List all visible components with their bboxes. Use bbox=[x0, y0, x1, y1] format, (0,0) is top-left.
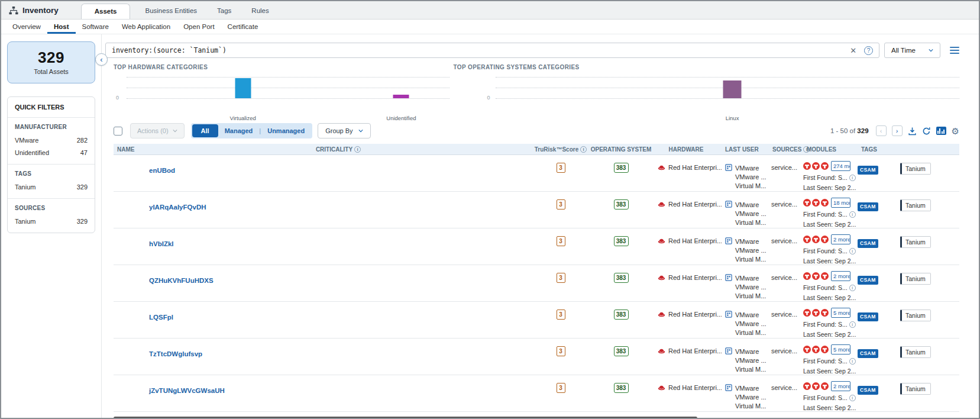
time-range-dropdown[interactable]: All Time bbox=[884, 43, 940, 58]
total-assets-card[interactable]: 329 Total Assets bbox=[7, 41, 95, 83]
tags-cell: Tanium bbox=[897, 339, 959, 375]
top-tab-business-entities[interactable]: Business Entities bbox=[135, 4, 207, 19]
first-found-info-icon[interactable]: i bbox=[849, 395, 856, 401]
top-tab-tags[interactable]: Tags bbox=[207, 4, 241, 19]
group-by-button[interactable]: Group By bbox=[318, 123, 370, 138]
first-found-text: First Found: S... bbox=[803, 284, 848, 291]
query-search-bar[interactable]: inventory:(source: `Tanium`) ✕ ? bbox=[105, 43, 879, 58]
top-tab-assets[interactable]: Assets bbox=[81, 4, 131, 19]
sources-more-badge[interactable]: 274 more bbox=[831, 161, 850, 171]
chart-bar-virtualized[interactable] bbox=[235, 78, 251, 98]
filter-item-tanium[interactable]: Tanium329 bbox=[15, 215, 88, 228]
table-row: hVbIZkl3383Red Hat Enterpri...VMwareVMwa… bbox=[114, 228, 959, 265]
tanium-tag-chip[interactable]: Tanium bbox=[900, 310, 931, 321]
tanium-tag-chip[interactable]: Tanium bbox=[900, 236, 931, 248]
asset-name-link[interactable]: yIARqAaIyFQvDH bbox=[149, 204, 206, 211]
sources-cell: 2 moreFirst Found: S...iLast Seen: Sep 2… bbox=[803, 375, 858, 411]
asset-name-link[interactable]: QZHuKVhFUuHDXS bbox=[149, 277, 214, 284]
previous-page-button[interactable]: ‹ bbox=[876, 125, 887, 136]
tags-cell: Tanium bbox=[897, 192, 959, 228]
sources-more-badge[interactable]: 2 more bbox=[831, 271, 850, 281]
name-cell: jZvTUNgLWVcGWsaUH bbox=[147, 375, 530, 411]
first-found-info-icon[interactable]: i bbox=[849, 358, 856, 365]
first-found-info-icon[interactable]: i bbox=[849, 175, 856, 181]
tanium-tag-chip[interactable]: Tanium bbox=[900, 163, 931, 175]
top-os-categories-chart: TOP OPERATING SYSTEMS CATEGORIES Linux 0 bbox=[449, 64, 959, 115]
settings-gear-icon[interactable]: ⚙ bbox=[952, 127, 959, 136]
next-page-button[interactable]: › bbox=[892, 125, 903, 136]
tanium-source-icon bbox=[803, 236, 811, 243]
top-tab-rules[interactable]: Rules bbox=[241, 4, 279, 19]
sources-more-badge[interactable]: 18 more bbox=[831, 198, 850, 208]
horizontal-scrollbar-thumb[interactable] bbox=[114, 417, 697, 419]
table-row: QZHuKVhFUuHDXS3383Red Hat Enterpri...VMw… bbox=[114, 265, 959, 302]
sources-more-badge[interactable]: 5 more bbox=[831, 344, 850, 354]
last-seen-line: Last Seen: Sep 2... bbox=[803, 257, 858, 265]
sources-more-badge[interactable]: 2 more bbox=[831, 381, 850, 391]
hardware-line: VMware ... bbox=[735, 320, 766, 328]
filter-item-unidentified[interactable]: Unidentified47 bbox=[15, 147, 88, 159]
subnav-item-open-port[interactable]: Open Port bbox=[177, 20, 221, 34]
column-header-name[interactable]: NAME bbox=[114, 146, 147, 153]
tanium-tag-chip[interactable]: Tanium bbox=[900, 199, 931, 211]
column-header-hardware[interactable]: HARDWARE bbox=[651, 146, 722, 153]
first-found-info-icon[interactable]: i bbox=[849, 248, 856, 254]
sources-more-badge[interactable]: 5 more bbox=[831, 308, 850, 318]
trurisk-score-badge: 383 bbox=[614, 236, 629, 246]
filter-item-vmware[interactable]: VMware282 bbox=[15, 134, 88, 147]
column-header-operating-system[interactable]: OPERATING SYSTEM bbox=[591, 146, 651, 153]
sidebar: 329 Total Assets ‹ QUICK FILTERS MANUFAC… bbox=[1, 34, 102, 419]
tanium-tag-chip[interactable]: Tanium bbox=[900, 383, 931, 395]
subnav-item-certificate[interactable]: Certificate bbox=[221, 20, 265, 34]
asset-name-link[interactable]: hVbIZkl bbox=[149, 240, 174, 247]
asset-name-link[interactable]: LQSFpl bbox=[149, 314, 173, 321]
subnav-item-overview[interactable]: Overview bbox=[6, 20, 47, 34]
chart-view-toggle-icon[interactable] bbox=[936, 127, 946, 135]
segment-managed[interactable]: Managed bbox=[218, 124, 260, 137]
row-checkbox-spacer bbox=[114, 192, 147, 228]
segment-all[interactable]: All bbox=[192, 124, 218, 137]
column-header-tags[interactable]: TAGS bbox=[858, 146, 897, 153]
last-seen-line: Last Seen: Sep 2... bbox=[803, 368, 858, 375]
tanium-tag-chip[interactable]: Tanium bbox=[900, 273, 931, 285]
segment-unmanaged[interactable]: Unmanaged bbox=[261, 124, 311, 137]
select-all-checkbox[interactable] bbox=[114, 127, 122, 136]
asset-name-link[interactable]: TzTtcDWglufsvp bbox=[149, 350, 202, 357]
column-header-criticality[interactable]: CRITICALITYi bbox=[147, 146, 530, 153]
column-header-trurisk-score[interactable]: TruRisk™Scorei bbox=[530, 146, 591, 153]
last-seen-line: Last Seen: Sep 2... bbox=[803, 221, 858, 228]
sources-more-badge[interactable]: 2 more bbox=[831, 234, 850, 244]
clear-search-icon[interactable]: ✕ bbox=[850, 46, 856, 55]
column-info-icon[interactable]: i bbox=[354, 146, 361, 153]
column-info-icon[interactable]: i bbox=[580, 146, 587, 153]
search-help-icon[interactable]: ? bbox=[864, 46, 873, 55]
asset-name-link[interactable]: jZvTUNgLWVcGWsaUH bbox=[149, 387, 225, 394]
first-found-info-icon[interactable]: i bbox=[849, 285, 856, 291]
filter-item-tanium[interactable]: Tanium329 bbox=[15, 181, 88, 194]
tanium-source-icon bbox=[812, 162, 820, 170]
actions-button[interactable]: Actions (0) bbox=[130, 123, 185, 138]
quick-filters-title: QUICK FILTERS bbox=[8, 97, 95, 118]
filter-item-count: 47 bbox=[80, 149, 88, 156]
refresh-icon[interactable] bbox=[922, 127, 931, 136]
download-icon[interactable] bbox=[908, 127, 917, 136]
first-found-info-icon[interactable]: i bbox=[849, 321, 856, 328]
modules-cell: CSAM bbox=[858, 265, 897, 301]
menu-hamburger-icon[interactable] bbox=[950, 47, 959, 54]
subnav-item-web-application[interactable]: Web Application bbox=[115, 20, 177, 34]
chart-bar-unidentified[interactable] bbox=[393, 95, 409, 98]
trurisk-score-cell: 383 bbox=[591, 228, 651, 265]
column-header-modules[interactable]: MODULES bbox=[803, 146, 858, 153]
first-found-info-icon[interactable]: i bbox=[849, 211, 856, 218]
column-header-sources[interactable]: SOURCESi bbox=[769, 146, 803, 153]
column-header-last-user[interactable]: LAST USER bbox=[722, 146, 769, 153]
tanium-tag-chip[interactable]: Tanium bbox=[900, 346, 931, 358]
sidebar-collapse-button[interactable]: ‹ bbox=[95, 53, 108, 66]
filter-group-title: TAGS bbox=[15, 170, 88, 177]
subnav-item-host[interactable]: Host bbox=[47, 20, 76, 34]
subnav-item-software[interactable]: Software bbox=[76, 20, 115, 34]
asset-name-link[interactable]: enUBod bbox=[149, 167, 175, 174]
chart-bar-linux[interactable] bbox=[723, 80, 742, 98]
search-query-text[interactable]: inventory:(source: `Tanium`) bbox=[112, 46, 850, 54]
tanium-source-icon bbox=[821, 236, 829, 243]
